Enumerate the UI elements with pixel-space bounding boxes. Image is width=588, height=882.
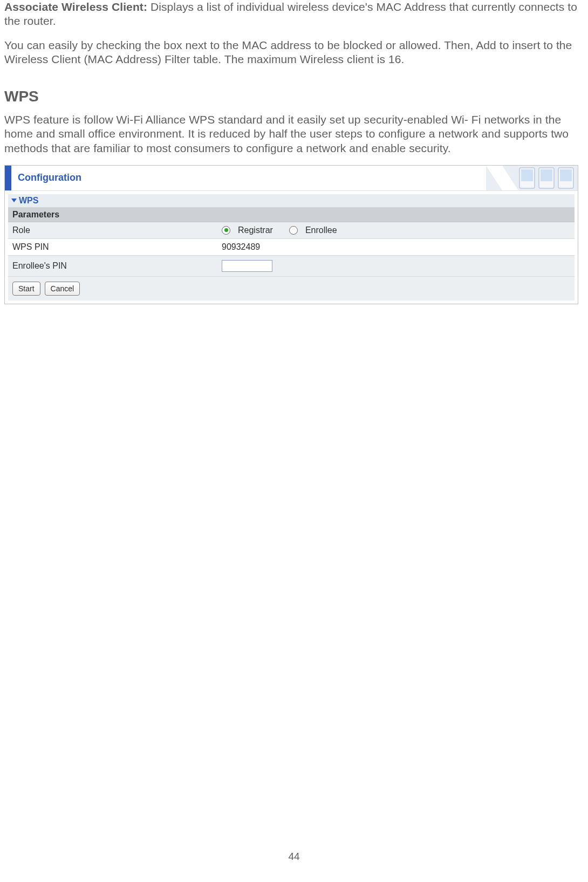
config-panel: Configuration WPS Par xyxy=(4,165,578,304)
wps-pin-value: 90932489 xyxy=(222,242,260,252)
svg-rect-3 xyxy=(521,169,533,181)
row-role-label: Role xyxy=(8,225,222,235)
awc-label: Associate Wireless Client: xyxy=(4,1,147,13)
parameters-title: Parameters xyxy=(12,210,59,220)
row-role: Role Registrar Enrollee xyxy=(8,222,575,239)
awc-paragraph-2: You can easily by checking the box next … xyxy=(4,38,584,67)
section-title: WPS xyxy=(19,196,38,206)
panel-body: WPS Parameters Role Registrar Enrollee W… xyxy=(5,191,578,304)
role-option-registrar: Registrar xyxy=(238,225,273,235)
start-button[interactable]: Start xyxy=(12,282,40,296)
panel-title: Configuration xyxy=(18,172,81,183)
cancel-button[interactable]: Cancel xyxy=(45,282,80,296)
header-stripe xyxy=(5,166,11,190)
enrollee-pin-input[interactable] xyxy=(222,260,272,272)
wps-heading: WPS xyxy=(4,88,584,105)
button-row: Start Cancel xyxy=(8,277,575,300)
row-wps-pin: WPS PIN 90932489 xyxy=(8,239,575,256)
svg-rect-7 xyxy=(560,169,572,181)
role-option-enrollee: Enrollee xyxy=(305,225,337,235)
role-radio-enrollee[interactable] xyxy=(289,226,298,235)
chevron-down-icon xyxy=(11,199,17,202)
header-art xyxy=(486,166,578,190)
row-wps-pin-label: WPS PIN xyxy=(8,242,222,252)
awc-paragraph: Associate Wireless Client: Displays a li… xyxy=(4,0,584,29)
page-number: 44 xyxy=(0,851,588,863)
parameters-bar: Parameters xyxy=(8,208,575,222)
row-enrollee-pin: Enrollee's PIN xyxy=(8,256,575,277)
panel-header: Configuration xyxy=(5,166,578,191)
row-enrollee-pin-label: Enrollee's PIN xyxy=(8,261,222,271)
svg-rect-5 xyxy=(541,169,552,181)
role-radio-registrar[interactable] xyxy=(222,226,230,235)
wps-description: WPS feature is follow Wi-Fi Alliance WPS… xyxy=(4,113,584,155)
section-bar[interactable]: WPS xyxy=(8,194,575,208)
